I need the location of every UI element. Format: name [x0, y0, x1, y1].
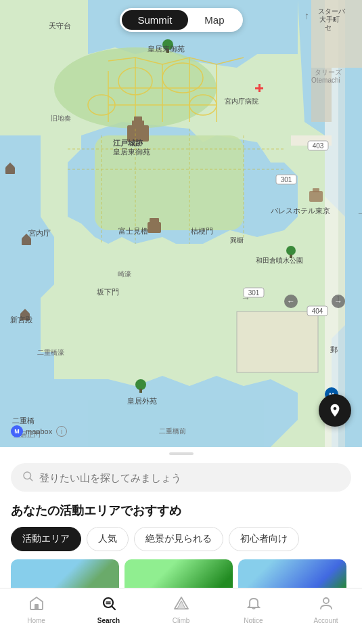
home-icon: [28, 595, 45, 614]
svg-rect-15: [311, 68, 332, 122]
svg-text:二重橋濠: 二重橋濠: [37, 349, 64, 356]
climb-icon: [173, 595, 189, 614]
nav-label-home: Home: [27, 617, 45, 624]
search-bar[interactable]: [11, 463, 351, 492]
svg-text:天守台: 天守台: [49, 22, 71, 30]
svg-point-83: [323, 598, 329, 603]
search-input[interactable]: [39, 472, 340, 484]
svg-rect-17: [237, 312, 318, 372]
svg-text:皇居外苑: 皇居外苑: [127, 397, 157, 405]
svg-text:崎濠: 崎濠: [118, 270, 131, 278]
svg-text:桔梗門: 桔梗門: [190, 227, 213, 235]
svg-point-20: [286, 246, 296, 255]
svg-text:和田倉噴水公園: 和田倉噴水公園: [256, 257, 303, 264]
svg-text:宮内庁: 宮内庁: [28, 229, 51, 237]
svg-text:二重橋前: 二重橋前: [159, 427, 186, 435]
nav-label-account: Account: [313, 617, 338, 624]
location-button[interactable]: [319, 394, 351, 427]
svg-rect-10: [148, 222, 161, 233]
svg-text:Otemachi: Otemachi: [311, 77, 340, 84]
section-title: あなたの活動エリアでおすすめ: [0, 502, 362, 527]
svg-rect-33: [313, 188, 319, 192]
svg-text:富士見橹: 富士見橹: [118, 227, 148, 235]
nav-item-search[interactable]: Search: [72, 595, 145, 624]
filter-chips: 活動エリア 人気 絶景が見られる 初心者向け: [0, 527, 362, 559]
nav-item-account[interactable]: Account: [290, 595, 362, 624]
svg-text:巽橱: 巽橱: [230, 236, 244, 244]
svg-rect-9: [134, 116, 142, 122]
svg-text:→: →: [334, 297, 342, 306]
svg-rect-26: [22, 238, 31, 245]
svg-rect-31: [255, 87, 263, 89]
drag-bar: [169, 452, 194, 455]
info-icon[interactable]: i: [56, 426, 67, 437]
nav-item-notice[interactable]: Notice: [217, 595, 290, 624]
svg-text:スターバ: スターバ: [318, 7, 346, 15]
svg-text:301: 301: [281, 176, 292, 184]
notice-icon: [246, 595, 262, 614]
chip-beginner[interactable]: 初心者向け: [229, 527, 299, 551]
svg-rect-24: [5, 167, 15, 174]
svg-rect-79: [35, 604, 39, 609]
search-icon: [22, 470, 34, 485]
mapbox-icon: M: [11, 425, 23, 437]
svg-text:パレスホテル東京: パレスホテル東京: [270, 207, 330, 215]
svg-point-22: [135, 379, 146, 390]
toggle-map[interactable]: Map: [188, 10, 240, 30]
svg-text:↑: ↑: [304, 10, 309, 21]
svg-text:→: →: [357, 208, 362, 219]
svg-text:404: 404: [312, 307, 323, 315]
svg-text:郵: 郵: [330, 345, 338, 353]
chip-activity-area[interactable]: 活動エリア: [11, 527, 81, 551]
nav-label-search: Search: [97, 617, 120, 624]
svg-text:大手町: 大手町: [319, 16, 340, 23]
svg-text:タリーズ: タリーズ: [315, 68, 342, 76]
nav-item-climb[interactable]: Climb: [145, 595, 217, 624]
chip-scenery[interactable]: 絶景が見られる: [134, 527, 223, 551]
svg-text:新宮殿: 新宮殿: [10, 316, 32, 324]
mapbox-text: mapbox: [26, 427, 52, 435]
svg-text:403: 403: [313, 142, 324, 150]
svg-text:二重橋: 二重橋: [12, 416, 35, 425]
bottom-nav: Home Search Climb: [0, 588, 362, 644]
svg-text:セ: セ: [325, 24, 332, 31]
nav-item-home[interactable]: Home: [0, 595, 72, 624]
mapbox-logo: M mapbox i: [11, 425, 67, 437]
svg-rect-11: [150, 218, 159, 223]
drag-handle[interactable]: [0, 447, 362, 458]
toggle-summit[interactable]: Summit: [121, 10, 188, 30]
svg-text:301: 301: [248, 289, 260, 297]
map-toggle[interactable]: Summit Map: [119, 8, 242, 32]
svg-text:旧地奏: 旧地奏: [51, 114, 71, 122]
svg-text:坂下門: 坂下門: [96, 288, 119, 296]
search-nav-icon: [101, 595, 117, 614]
svg-text:宮内庁病院: 宮内庁病院: [225, 98, 258, 105]
svg-text:江戸城跡: 江戸城跡: [113, 139, 143, 147]
svg-text:皇居東御苑: 皇居東御苑: [148, 45, 185, 53]
map-container: ↑ → → 1 ← → 403 301 301 404 天守台 皇居東御苑 旧地…: [0, 0, 362, 447]
svg-text:←: ←: [287, 297, 295, 306]
nav-label-climb: Climb: [173, 617, 190, 624]
nav-label-notice: Notice: [244, 617, 263, 624]
svg-rect-32: [309, 191, 323, 202]
account-icon: [318, 595, 334, 614]
svg-text:皇居東御苑: 皇居東御苑: [113, 148, 150, 156]
chip-popular[interactable]: 人気: [87, 527, 129, 551]
svg-rect-23: [139, 389, 142, 393]
